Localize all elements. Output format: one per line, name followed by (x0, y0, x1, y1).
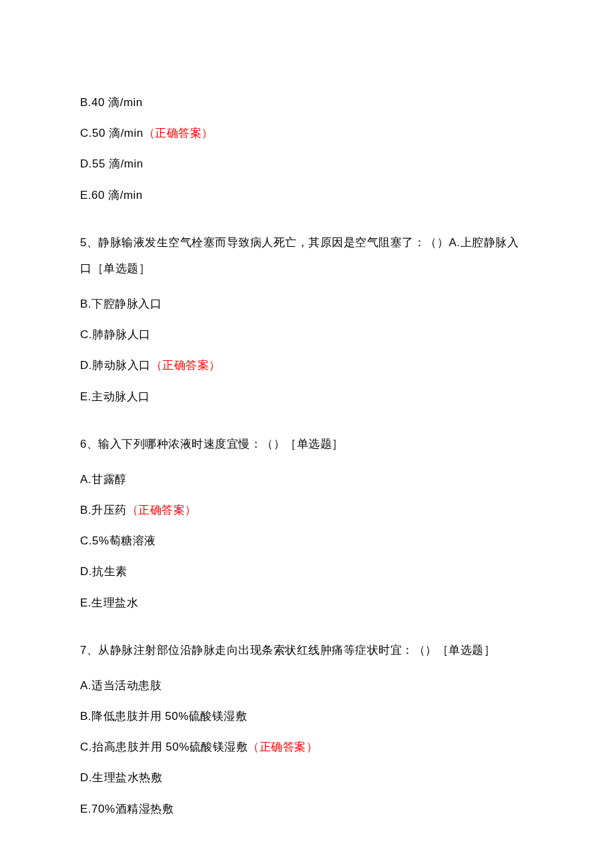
q5-option-e: E.主动脉人口 (80, 388, 527, 406)
q6-option-a: A.甘露醇 (80, 470, 527, 488)
q7-option-a: A.适当活动患肢 (80, 677, 527, 695)
q6-option-d: D.抗生素 (80, 562, 527, 580)
option-text: D.抗生素 (80, 565, 127, 578)
option-text: C.抬高患肢并用 50%硫酸镁湿敷 (80, 741, 248, 753)
q7-option-c: C.抬高患肢并用 50%硫酸镁湿敷（正确答案） (80, 738, 527, 756)
option-text: D.生理盐水热敷 (80, 771, 162, 784)
question-text: 6、输入下列哪种浓液时速度宜慢：（）［单选题］ (80, 438, 344, 450)
option-text: B.降低患肢并用 50%硫酸镁湿敷 (80, 710, 247, 723)
option-text: C.5%萄糖溶液 (80, 534, 156, 547)
correct-answer-mark: （正确答案） (143, 127, 214, 139)
q6-option-c: C.5%萄糖溶液 (80, 532, 527, 550)
q5-option-d: D.肺动脉入口（正确答案） (80, 356, 527, 374)
question-7: 7、从静脉注射部位沿静脉走向出现条索状红线肿痛等症状时宜：（）［单选题］ (80, 637, 527, 663)
option-text: C.肺静脉人口 (80, 328, 151, 341)
option-text: A.甘露醇 (80, 473, 127, 486)
q4-option-d: D.55 滴/min (80, 155, 527, 173)
q6-option-e: E.生理盐水 (80, 594, 527, 612)
option-text: E.生理盐水 (80, 596, 138, 609)
q7-option-d: D.生理盐水热敷 (80, 769, 527, 787)
option-text: D.55 滴/min (80, 157, 143, 170)
option-text: E.70%酒精湿热敷 (80, 803, 174, 815)
correct-answer-mark: （正确答案） (127, 504, 197, 516)
q7-option-e: E.70%酒精湿热敷 (80, 800, 527, 818)
correct-answer-mark: （正确答案） (151, 359, 221, 372)
q5-option-b: B.下腔静脉入口 (80, 295, 527, 313)
question-text: 5、静脉输液发生空气栓塞而导致病人死亡，其原因是空气阻塞了：（）A.上腔静脉入口… (80, 236, 519, 275)
option-text: B.下腔静脉入口 (80, 298, 162, 310)
question-6: 6、输入下列哪种浓液时速度宜慢：（）［单选题］ (80, 431, 527, 457)
option-text: E.60 滴/min (80, 189, 143, 201)
q4-option-c: C.50 滴/min（正确答案） (80, 124, 527, 142)
correct-answer-mark: （正确答案） (248, 741, 318, 753)
q4-option-b: B.40 滴/min (80, 93, 527, 111)
q5-option-c: C.肺静脉人口 (80, 326, 527, 344)
question-text: 7、从静脉注射部位沿静脉走向出现条索状红线肿痛等症状时宜：（）［单选题］ (80, 644, 495, 657)
option-text: E.主动脉人口 (80, 390, 150, 403)
question-5: 5、静脉输液发生空气栓塞而导致病人死亡，其原因是空气阻塞了：（）A.上腔静脉入口… (80, 230, 527, 282)
q7-option-b: B.降低患肢并用 50%硫酸镁湿敷 (80, 707, 527, 725)
q4-option-e: E.60 滴/min (80, 186, 527, 204)
option-text: D.肺动脉入口 (80, 359, 151, 372)
q6-option-b: B.升压药（正确答案） (80, 501, 527, 519)
option-text: A.适当活动患肢 (80, 679, 162, 692)
option-text: B.升压药 (80, 504, 127, 516)
option-text: B.40 滴/min (80, 96, 143, 109)
option-text: C.50 滴/min (80, 127, 143, 139)
